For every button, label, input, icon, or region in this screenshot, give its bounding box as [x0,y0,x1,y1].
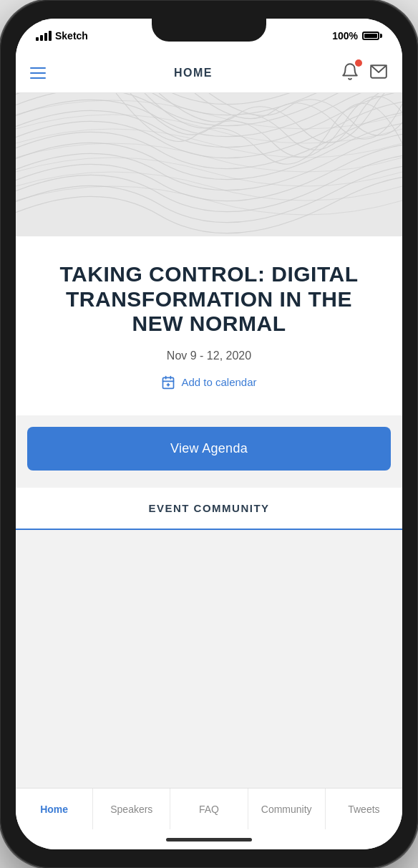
notification-button[interactable] [341,62,359,84]
svg-rect-2 [163,377,174,388]
tab-faq[interactable]: FAQ [170,789,248,829]
hero-wave-bg [16,93,402,236]
signal-bar-2 [40,35,43,41]
event-card: TAKING CONTROL: DIGITAL TRANSFORMATION I… [16,236,402,415]
carrier-name: Sketch [55,30,88,42]
event-date: Nov 9 - 12, 2020 [39,349,379,362]
calendar-icon [161,375,175,390]
battery-percent: 100% [332,30,358,42]
event-title: TAKING CONTROL: DIGITAL TRANSFORMATION I… [39,262,379,337]
tab-community[interactable]: Community [248,789,326,829]
tab-tweets[interactable]: Tweets [326,789,402,829]
battery-body [362,32,379,40]
battery-fill [364,34,377,38]
status-right: 100% [332,30,382,42]
hero-section [16,93,402,236]
hamburger-menu-button[interactable] [30,67,46,79]
hamburger-line-3 [30,77,46,79]
view-agenda-button[interactable]: View Agenda [27,427,391,471]
phone-screen: Sketch 100% HOME [16,19,402,849]
battery-icon [362,32,382,40]
notch [152,19,266,42]
home-bar [166,838,252,842]
tab-speakers[interactable]: Speakers [93,789,170,829]
messages-button[interactable] [369,62,388,84]
home-indicator [16,829,402,849]
tab-bar: Home Speakers FAQ Community Tweets [16,788,402,829]
view-agenda-section: View Agenda [16,415,402,482]
signal-bars [36,31,52,41]
battery-tip [380,34,382,38]
hamburger-line-1 [30,67,46,69]
hamburger-line-2 [30,72,46,74]
signal-bar-4 [49,31,52,41]
event-community-title: EVENT COMMUNITY [148,502,269,514]
phone-frame: Sketch 100% HOME [0,0,418,868]
page-title: HOME [174,67,213,79]
event-community-section: EVENT COMMUNITY [16,488,402,530]
app-header: HOME [16,53,402,93]
notification-badge [355,59,362,67]
tab-home[interactable]: Home [16,789,93,829]
add-to-calendar-button[interactable]: Add to calendar [161,375,256,390]
signal-bar-3 [44,33,47,41]
content-area: TAKING CONTROL: DIGITAL TRANSFORMATION I… [16,236,402,788]
header-icons [341,62,388,84]
status-left: Sketch [36,30,88,42]
envelope-icon [369,62,388,81]
add-calendar-label: Add to calendar [181,376,256,388]
signal-bar-1 [36,37,39,41]
